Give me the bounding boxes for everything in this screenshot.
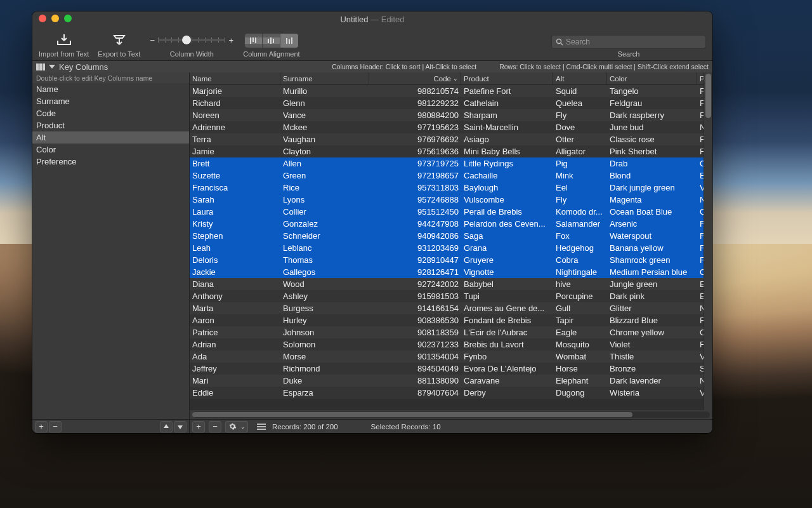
table-row[interactable]: MariDuke881138090CaravaneElephantDark la…	[190, 375, 712, 387]
cell: 881138090	[369, 375, 461, 387]
cell: Tupi	[461, 290, 553, 302]
table-row[interactable]: FranciscaRice957311803BayloughEelDark ju…	[190, 182, 712, 194]
horizontal-scrollbar[interactable]	[190, 410, 712, 419]
sidebar-item-alt[interactable]: Alt	[32, 131, 189, 144]
zoom-icon[interactable]	[64, 15, 72, 22]
align-left-button[interactable]	[245, 34, 263, 48]
sidebar-item-preference[interactable]: Preference	[32, 156, 189, 168]
export-button[interactable]: Export to Text	[98, 31, 140, 58]
cell: Wisteria	[607, 387, 697, 399]
width-minus-button[interactable]: −	[149, 36, 155, 45]
column-header-surname[interactable]: Surname	[280, 72, 369, 84]
table-row[interactable]: SuzetteGreen972198657CachailleMinkBlondE	[190, 170, 712, 182]
cell: Little Rydings	[461, 157, 553, 170]
cell: 928910447	[369, 254, 461, 266]
cell: Mink	[553, 170, 607, 182]
search-group: Search	[551, 35, 706, 58]
cell: Dugong	[553, 387, 607, 399]
remove-record-button[interactable]: −	[209, 421, 221, 432]
toolbar: Import from Text Export to Text − + Colu…	[32, 27, 712, 61]
add-column-button[interactable]: +	[35, 421, 48, 432]
table-row[interactable]: PatriceJohnson908118359L'Ecir de l'Aubra…	[190, 326, 712, 338]
cell: Jeffrey	[190, 363, 280, 375]
table-row[interactable]: DelorisThomas928910447GruyereCobraShamro…	[190, 254, 712, 266]
sidebar-item-code[interactable]: Code	[32, 107, 189, 119]
table-row[interactable]: EddieEsparza879407604DerbyDugongWisteria…	[190, 387, 712, 399]
cell: Perail de Brebis	[461, 206, 553, 218]
table-row[interactable]: KristyGonzalez944247908Pelardon des Ceve…	[190, 218, 712, 230]
sidebar-item-name[interactable]: Name	[32, 83, 189, 95]
cell: 927242002	[369, 278, 461, 290]
align-center-button[interactable]	[263, 34, 280, 48]
cell: Patefine Fort	[461, 85, 553, 97]
width-slider[interactable]	[158, 34, 225, 46]
table-row[interactable]: BrettAllen973719725Little RydingsPigDrab…	[190, 157, 712, 170]
titlebar[interactable]: Untitled — Edited	[32, 11, 712, 27]
cell: Burgess	[280, 302, 369, 314]
table-row[interactable]: DianaWood927242002BabybelhiveJungle gree…	[190, 278, 712, 290]
width-plus-button[interactable]: +	[228, 36, 234, 45]
move-down-button[interactable]	[174, 421, 187, 432]
cell: Morse	[280, 351, 369, 363]
actions-menu-button[interactable]: ⌄	[225, 421, 248, 432]
table-row[interactable]: RichardGlenn981229232CathelainQueleaFeld…	[190, 97, 712, 109]
rows-hint: Rows: Click to select | Cmd-Click multi …	[499, 63, 709, 70]
cell: Baylough	[461, 182, 553, 194]
cell: 902371233	[369, 338, 461, 351]
add-record-button[interactable]: +	[192, 421, 205, 432]
search-input-wrap[interactable]	[551, 35, 706, 49]
move-up-button[interactable]	[160, 421, 173, 432]
sidebar-item-color[interactable]: Color	[32, 144, 189, 156]
scroll-thumb[interactable]	[705, 74, 711, 118]
cell: Feldgrau	[607, 97, 697, 109]
table-row[interactable]: MartaBurgess914166154Aromes au Gene de..…	[190, 302, 712, 314]
column-header-name[interactable]: Name	[190, 72, 280, 84]
vertical-scrollbar[interactable]	[704, 72, 712, 410]
table-row[interactable]: AdrienneMckee977195623Saint-MarcellinDov…	[190, 121, 712, 133]
table-row[interactable]: TerraVaughan976976692AsiagoOtterClassic …	[190, 133, 712, 145]
sidebar-item-product[interactable]: Product	[32, 119, 189, 131]
table-row[interactable]: AdaMorse901354004FynboWombatThistleV	[190, 351, 712, 363]
cell: Porcupine	[553, 290, 607, 302]
column-alignment-control: Column Alignment	[243, 34, 299, 58]
table-row[interactable]: JackieGallegos928126471VignotteNightinga…	[190, 266, 712, 278]
table-row[interactable]: JeffreyRichmond894504049Evora De L'Alent…	[190, 363, 712, 375]
cell: Sharpam	[461, 109, 553, 121]
cell: Wood	[280, 278, 369, 290]
sidebar-item-surname[interactable]: Surname	[32, 95, 189, 107]
align-right-button[interactable]	[280, 34, 298, 48]
table-row[interactable]: AnthonyAshley915981503TupiPorcupineDark …	[190, 290, 712, 302]
table-row[interactable]: SarahLyons957246888VulscombeFlyMagentaN	[190, 194, 712, 206]
slider-knob[interactable]	[182, 36, 191, 44]
columns-icon[interactable]	[36, 64, 45, 70]
table-row[interactable]: LeahLeblanc931203469GranaHedgehogBanana …	[190, 242, 712, 254]
cell: 981229232	[369, 97, 461, 109]
hscroll-thumb[interactable]	[192, 412, 632, 417]
table-row[interactable]: AaronHurley908386530Fondant de BrebisTap…	[190, 314, 712, 326]
cell: Mini Baby Bells	[461, 145, 553, 157]
search-input[interactable]	[566, 37, 702, 46]
cell: 928126471	[369, 266, 461, 278]
column-header-code[interactable]: Code⌄	[369, 72, 461, 84]
cell: Salamander	[553, 218, 607, 230]
cell: Mckee	[280, 121, 369, 133]
table-row[interactable]: JamieClayton975619636Mini Baby BellsAlli…	[190, 145, 712, 157]
column-header-alt[interactable]: Alt	[553, 72, 607, 84]
table-row[interactable]: MarjorieMurillo988210574Patefine FortSqu…	[190, 85, 712, 97]
search-icon	[556, 38, 563, 46]
cell: Green	[280, 170, 369, 182]
dropdown-icon[interactable]	[49, 65, 55, 69]
table-row[interactable]: AdrianSolomon902371233Brebis du LavortMo…	[190, 338, 712, 351]
table-row[interactable]: NoreenVance980884200SharpamFlyDark raspb…	[190, 109, 712, 121]
cell: Solomon	[280, 338, 369, 351]
import-button[interactable]: Import from Text	[39, 31, 89, 58]
close-icon[interactable]	[39, 15, 46, 22]
minimize-icon[interactable]	[51, 15, 59, 22]
table-row[interactable]: StephenSchneider940942086SagaFoxWaterspo…	[190, 230, 712, 242]
column-header-color[interactable]: Color	[607, 72, 697, 84]
cell: Aromes au Gene de...	[461, 302, 553, 314]
table-row[interactable]: LauraCollier951512450Perail de BrebisKom…	[190, 206, 712, 218]
remove-column-button[interactable]: −	[49, 421, 62, 432]
cell: Vignotte	[461, 266, 553, 278]
column-header-product[interactable]: Product	[461, 72, 553, 84]
